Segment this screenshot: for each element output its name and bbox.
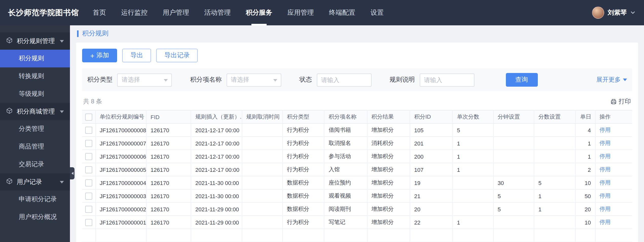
- table-cell: 阅读期刊: [324, 202, 367, 216]
- status-filter: 状态: [299, 73, 371, 86]
- brand-title: 长沙师范学院图书馆: [0, 0, 85, 25]
- nav-item-settings[interactable]: 设置: [363, 0, 391, 25]
- print-button[interactable]: 打印: [610, 97, 631, 106]
- table-cell: JF1261700000008: [95, 123, 146, 137]
- action-cell: 停用: [595, 189, 632, 202]
- row-checkbox[interactable]: [85, 140, 92, 147]
- table-cell: 行为积分: [283, 163, 324, 176]
- disable-link[interactable]: 停用: [599, 153, 611, 159]
- disable-link[interactable]: 停用: [599, 166, 611, 172]
- row-checkbox[interactable]: [85, 192, 92, 199]
- print-label: 打印: [619, 97, 631, 106]
- row-checkbox[interactable]: [85, 126, 92, 134]
- sidebar-group-user-records[interactable]: 用户记录: [0, 173, 70, 191]
- table-cell: 10: [576, 216, 595, 229]
- chevron-down-icon: [60, 110, 64, 113]
- table-cell: [534, 123, 576, 137]
- disable-link[interactable]: 停用: [599, 219, 611, 225]
- export-button[interactable]: 导出: [122, 49, 151, 62]
- disable-link[interactable]: 停用: [599, 206, 611, 212]
- row-checkbox[interactable]: [85, 179, 92, 186]
- user-name: 刘紫琴: [608, 8, 627, 17]
- sidebar-item-transaction-records[interactable]: 交易记录: [0, 156, 70, 173]
- row-checkbox[interactable]: [85, 219, 92, 226]
- nav-item-activity-management[interactable]: 活动管理: [197, 0, 238, 25]
- table-cell: 50: [576, 189, 595, 202]
- app: 长沙师范学院图书馆 首页运行监控用户管理活动管理积分服务应用管理终端配置设置 刘…: [0, 0, 644, 242]
- table-cell: 2021-11-30 00:00: [191, 176, 242, 189]
- table-cell: 1: [576, 137, 595, 150]
- table-cell: [534, 150, 576, 163]
- sidebar-item-product-management[interactable]: 商品管理: [0, 138, 70, 156]
- table-cell: 1: [534, 189, 576, 202]
- empty-cell: [95, 229, 146, 242]
- sidebar-item-user-points-overview[interactable]: 用户积分概况: [0, 208, 70, 226]
- empty-cell: [493, 229, 534, 242]
- chevron-down-icon: [164, 79, 168, 81]
- table-cell: [453, 202, 493, 216]
- table-cell: 行为积分: [283, 150, 324, 163]
- table-cell: 1: [453, 137, 493, 150]
- sidebar-item-conversion-rules[interactable]: 转换规则: [0, 67, 70, 85]
- table-cell: JF1261700000004: [95, 176, 146, 189]
- disable-link[interactable]: 停用: [599, 193, 611, 199]
- sidebar-item-points-application-records[interactable]: 申请积分记录: [0, 191, 70, 208]
- export-records-button[interactable]: 导出记录: [156, 49, 198, 62]
- sidebar-group-points-rule-management[interactable]: 积分规则管理: [0, 32, 70, 50]
- nav-item-points-service[interactable]: 积分服务: [238, 0, 280, 25]
- table-row: JF12617000000071261702021-12-17 00:00行为积…: [82, 137, 632, 150]
- disable-link[interactable]: 停用: [599, 140, 611, 146]
- rule-desc-input[interactable]: [419, 73, 474, 86]
- table-cell: 5: [453, 123, 493, 137]
- page-title: 积分规则: [77, 30, 638, 37]
- search-button[interactable]: 查询: [506, 73, 538, 87]
- action-cell: 停用: [595, 216, 632, 229]
- point-type-select[interactable]: 请选择: [117, 73, 172, 86]
- nav-item-terminal-config[interactable]: 终端配置: [321, 0, 363, 25]
- column-header: 分钟设置: [493, 110, 534, 123]
- expand-more-link[interactable]: 展开更多: [596, 76, 627, 84]
- table-cell: 19: [410, 176, 453, 189]
- row-checkbox[interactable]: [85, 206, 92, 213]
- chevron-down-icon: [60, 181, 64, 183]
- cube-icon: [6, 107, 13, 116]
- table-cell: [453, 189, 493, 202]
- table-cell: 入馆: [324, 163, 367, 176]
- empty-cell: [191, 229, 242, 242]
- nav-item-home[interactable]: 首页: [85, 0, 114, 25]
- disable-link[interactable]: 停用: [599, 179, 611, 185]
- table-cell: 126170: [146, 150, 191, 163]
- column-header: 操作: [595, 110, 632, 123]
- table-cell: [453, 176, 493, 189]
- action-cell: 停用: [595, 137, 632, 150]
- nav-item-app-management[interactable]: 应用管理: [280, 0, 321, 25]
- point-type-filter: 积分类型 请选择: [87, 73, 172, 86]
- rules-table: 单位积分规则编号FID规则插入（更新）...规则取消时间积分类型积分项名称积分结…: [82, 110, 632, 242]
- chevron-down-icon: [623, 79, 627, 81]
- sidebar-item-level-rules[interactable]: 等级规则: [0, 85, 70, 103]
- sidebar-item-points-rules[interactable]: 积分规则: [0, 50, 70, 67]
- table-cell: 126170: [146, 202, 191, 216]
- row-checkbox[interactable]: [85, 166, 92, 173]
- empty-cell: [146, 229, 191, 242]
- table-cell: 1: [576, 150, 595, 163]
- add-button[interactable]: + 添加: [82, 49, 117, 62]
- nav-item-monitoring[interactable]: 运行监控: [114, 0, 155, 25]
- row-checkbox[interactable]: [85, 153, 92, 160]
- column-header: 积分结果: [367, 110, 410, 123]
- toolbar: + 添加 导出 导出记录: [82, 49, 632, 62]
- user-menu[interactable]: 刘紫琴: [592, 0, 644, 25]
- select-all-checkbox[interactable]: [85, 113, 92, 120]
- table-cell: [242, 176, 283, 189]
- filter-bar: 积分类型 请选择 积分项名称 请选择 状态: [82, 68, 632, 91]
- sidebar-group-points-mall-management[interactable]: 积分商城管理: [0, 103, 70, 120]
- table-cell: 105: [410, 123, 453, 137]
- table-cell: 写笔记: [324, 216, 367, 229]
- disable-link[interactable]: 停用: [599, 127, 611, 133]
- sidebar-item-category-management[interactable]: 分类管理: [0, 120, 70, 138]
- table-cell: 消耗积分: [367, 137, 410, 150]
- nav-item-user-management[interactable]: 用户管理: [155, 0, 197, 25]
- action-cell: 停用: [595, 123, 632, 137]
- status-input[interactable]: [317, 73, 371, 86]
- point-item-select[interactable]: 请选择: [226, 73, 281, 86]
